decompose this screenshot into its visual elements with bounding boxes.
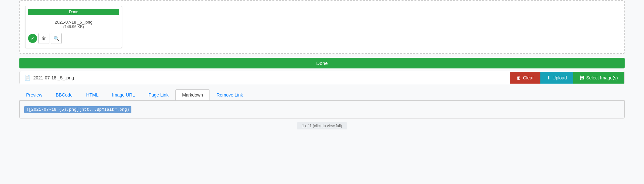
tab-remove-link[interactable]: Remove Link <box>210 89 250 100</box>
file-row-actions: 🗑 Clear ⬆ Upload 🖼 Select Image(s) <box>510 72 624 84</box>
delete-thumbnail-button[interactable]: 🗑 <box>38 33 49 44</box>
file-row-name: 📄 2021-07-18 _5_.png <box>20 71 510 84</box>
tab-preview[interactable]: Preview <box>19 89 49 100</box>
bottom-area: 1 of 1 (click to view full) <box>19 122 625 129</box>
upload-label: Upload <box>553 75 567 80</box>
done-bar-small: Done <box>28 9 119 15</box>
clear-button[interactable]: 🗑 Clear <box>510 72 540 84</box>
zoom-thumbnail-button[interactable]: 🔍 <box>51 33 62 44</box>
thumbnail-actions: ✓ 🗑 🔍 <box>28 32 119 45</box>
tabs-row: Preview BBCode HTML Image URL Page Link … <box>19 89 625 100</box>
tab-markdown[interactable]: Markdown <box>175 89 210 100</box>
pagination-hint: 1 of 1 (click to view full) <box>297 122 347 129</box>
file-thumbnail-card: Done 2021-07-18 _5_.png (146.96 KB) ✓ 🗑 … <box>25 6 122 48</box>
pagination-text: 1 of 1 (click to view full) <box>302 124 342 128</box>
upload-icon: ⬆ <box>547 75 551 80</box>
markdown-code-text[interactable]: ![2021-07-18 (5).png](htt...BpMIaikr.png… <box>24 106 131 113</box>
upload-button[interactable]: ⬆ Upload <box>540 72 573 84</box>
thumbnail-file-size: (146.96 KB) <box>28 25 119 29</box>
done-bar-large: Done <box>19 58 625 68</box>
thumbnail-file-name: 2021-07-18 _5_.png <box>28 20 119 25</box>
tab-html[interactable]: HTML <box>79 89 105 100</box>
trash-icon: 🗑 <box>516 75 521 80</box>
main-container: Done 2021-07-18 _5_.png (146.96 KB) ✓ 🗑 … <box>0 0 644 129</box>
select-image-button[interactable]: 🖼 Select Image(s) <box>573 72 624 84</box>
upload-drop-zone: Done 2021-07-18 _5_.png (146.96 KB) ✓ 🗑 … <box>19 0 625 54</box>
checkmark-icon: ✓ <box>28 34 37 43</box>
select-image-label: Select Image(s) <box>586 75 618 80</box>
tab-image-url[interactable]: Image URL <box>105 89 142 100</box>
file-row-filename: 2021-07-18 _5_.png <box>33 75 74 80</box>
file-info: 2021-07-18 _5_.png (146.96 KB) <box>28 17 119 32</box>
image-icon: 🖼 <box>580 75 584 80</box>
tab-page-link[interactable]: Page Link <box>142 89 175 100</box>
file-row-icon: 📄 <box>24 75 31 81</box>
code-area: ![2021-07-18 (5).png](htt...BpMIaikr.png… <box>19 100 625 118</box>
file-row: 📄 2021-07-18 _5_.png 🗑 Clear ⬆ Upload 🖼 … <box>19 71 625 84</box>
tab-bbcode[interactable]: BBCode <box>49 89 79 100</box>
clear-label: Clear <box>523 75 534 80</box>
